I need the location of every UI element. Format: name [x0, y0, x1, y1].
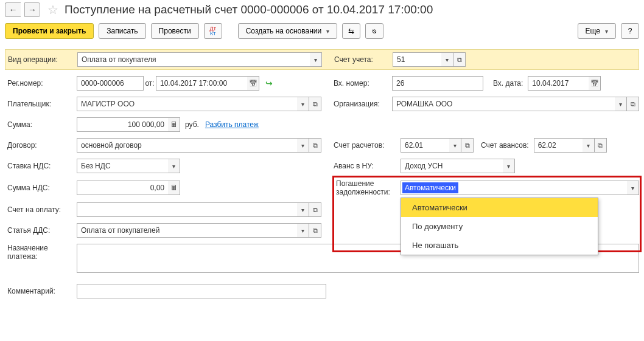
contract-input[interactable]: основной договор	[77, 138, 297, 153]
account-open-button[interactable]	[453, 52, 466, 67]
debt-repayment-dropdown-button[interactable]	[627, 181, 639, 195]
nav-back-button[interactable]: ←	[5, 2, 21, 17]
sync-icon[interactable]: ↪	[262, 78, 276, 88]
vat-rate-dropdown-button[interactable]	[168, 159, 180, 173]
sum-calc-button[interactable]	[168, 117, 180, 132]
vat-sum-label: Сумма НДС:	[5, 184, 77, 192]
nav-forward-button[interactable]: →	[24, 2, 40, 17]
structure-button[interactable]: ⇆	[342, 23, 360, 39]
help-icon: ?	[628, 27, 632, 35]
advance-nu-dropdown-button[interactable]	[503, 159, 515, 173]
contract-dropdown-button[interactable]	[297, 138, 309, 153]
debt-repayment-label: Погашение задолженности:	[334, 179, 401, 196]
post-button[interactable]: Провести	[151, 23, 199, 39]
from-label: от:	[144, 79, 156, 88]
org-input[interactable]: РОМАШКА ООО	[392, 97, 615, 111]
advance-nu-input[interactable]: Доход УСН	[401, 159, 503, 173]
in-number-label: Вх. номер:	[334, 79, 392, 88]
settle-acc-open-button[interactable]	[461, 138, 474, 153]
dds-input[interactable]: Оплата от покупателей	[77, 223, 297, 238]
operation-type-label: Вид операции:	[5, 55, 77, 64]
settle-acc-input[interactable]: 62.01	[401, 138, 449, 153]
date-calendar-button[interactable]	[247, 76, 259, 91]
payer-label: Плательщик:	[5, 100, 77, 108]
favorite-star-icon[interactable]: ☆	[47, 2, 58, 17]
debt-repayment-input[interactable]: Автоматически	[401, 181, 627, 195]
currency-label: руб.	[185, 120, 199, 129]
create-based-on-button[interactable]: Создать на основании	[238, 23, 338, 39]
invoice-label: Счет на оплату:	[5, 205, 77, 214]
payer-input[interactable]: МАГИСТР ООО	[77, 97, 297, 111]
org-dropdown-button[interactable]	[615, 97, 627, 111]
date-input[interactable]: 10.04.2017 17:00:00	[156, 76, 247, 91]
in-date-calendar-button[interactable]	[589, 76, 601, 91]
structure-icon: ⇆	[348, 27, 354, 35]
dds-label: Статья ДДС:	[5, 226, 77, 235]
account-input[interactable]: 51	[393, 52, 441, 67]
debit-credit-button[interactable]: ДтКт	[204, 23, 222, 39]
invoice-open-button[interactable]	[309, 202, 321, 217]
dtkt-icon: ДтКт	[210, 26, 216, 36]
comment-input[interactable]	[77, 284, 326, 298]
in-date-label: Вх. дата:	[493, 79, 523, 88]
post-and-close-button[interactable]: Провести и закрыть	[5, 23, 94, 39]
settle-acc-dropdown-button[interactable]	[449, 138, 461, 153]
sum-input[interactable]: 100 000,00	[77, 117, 168, 132]
reg-number-label: Рег.номер:	[5, 79, 77, 88]
dropdown-option-auto[interactable]: Автоматически	[401, 198, 598, 217]
dropdown-option-by-document[interactable]: По документу	[401, 217, 598, 236]
debt-repayment-dropdown[interactable]: Автоматически По документу Не погашать	[401, 198, 598, 255]
advance-acc-input[interactable]: 62.02	[534, 138, 583, 153]
save-button[interactable]: Записать	[99, 23, 145, 39]
purpose-label: Назначение платежа:	[5, 244, 77, 261]
reg-number-input[interactable]: 0000-000006	[77, 76, 144, 91]
vat-rate-label: Ставка НДС:	[5, 162, 77, 170]
help-button[interactable]: ?	[621, 23, 639, 39]
in-number-input[interactable]: 26	[392, 76, 483, 91]
vat-rate-input[interactable]: Без НДС	[77, 159, 168, 173]
org-open-button[interactable]	[627, 97, 639, 111]
advance-acc-dropdown-button[interactable]	[583, 138, 595, 153]
advance-acc-open-button[interactable]	[595, 138, 607, 153]
operation-type-input[interactable]: Оплата от покупателя	[77, 52, 310, 67]
paperclip-icon: ⌀	[370, 29, 379, 33]
dropdown-option-no-repay[interactable]: Не погашать	[401, 236, 598, 255]
payer-dropdown-button[interactable]	[297, 97, 309, 111]
operation-type-dropdown-button[interactable]	[310, 52, 322, 67]
account-dropdown-button[interactable]	[441, 52, 453, 67]
advance-acc-label: Счет авансов:	[481, 141, 529, 150]
contract-open-button[interactable]	[309, 138, 321, 153]
attachment-button[interactable]: ⌀	[365, 23, 383, 39]
in-date-input[interactable]: 10.04.2017	[528, 76, 589, 91]
account-label: Счет учета:	[334, 55, 393, 64]
advance-nu-label: Аванс в НУ:	[334, 162, 401, 170]
invoice-dropdown-button[interactable]	[297, 202, 309, 217]
invoice-input[interactable]	[77, 202, 297, 217]
page-title: Поступление на расчетный счет 0000-00000…	[65, 3, 433, 16]
split-payment-link[interactable]: Разбить платеж	[205, 120, 259, 129]
more-button[interactable]: Еще	[578, 23, 616, 39]
settle-acc-label: Счет расчетов:	[334, 141, 401, 150]
comment-label: Комментарий:	[5, 287, 77, 295]
sum-label: Сумма:	[5, 120, 77, 129]
payer-open-button[interactable]	[309, 97, 321, 111]
vat-sum-input[interactable]: 0,00	[77, 181, 168, 195]
dds-open-button[interactable]	[309, 223, 321, 238]
vat-sum-calc-button[interactable]	[168, 181, 180, 195]
org-label: Организация:	[334, 100, 392, 108]
contract-label: Договор:	[5, 141, 77, 150]
dds-dropdown-button[interactable]	[297, 223, 309, 238]
